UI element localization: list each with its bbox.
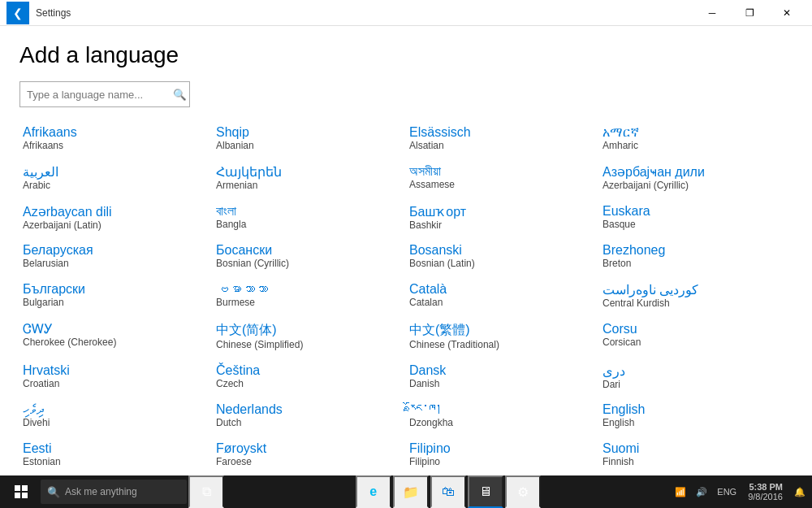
lang-english-name: Azerbaijani (Cyrillic) <box>603 180 786 191</box>
lang-native-name: Elsässisch <box>409 125 593 140</box>
lang-native-name: Азәрбајҹан дили <box>603 164 786 180</box>
lang-native-name: Brezhoneg <box>603 243 786 258</box>
list-item[interactable]: ဗမာဘာသာBurmese <box>213 277 406 317</box>
task-view-icon: ⧉ <box>202 484 211 499</box>
network-icon[interactable]: 📶 <box>672 475 689 508</box>
list-item[interactable]: FilipinoFilipino <box>406 436 599 475</box>
start-button[interactable] <box>3 475 39 508</box>
lang-native-name: ဗမာဘာသာ <box>216 282 400 297</box>
back-button[interactable]: ❮ <box>6 2 29 24</box>
list-item[interactable]: አማርኛAmharic <box>599 120 793 159</box>
clock-time: 5:38 PM <box>748 482 783 492</box>
lang-english-name: Bosnian (Cyrillic) <box>216 258 400 269</box>
lang-native-name: Башҡорт <box>409 204 593 219</box>
lang-english-name: Filipino <box>409 456 593 467</box>
taskbar-search[interactable]: 🔍 Ask me anything <box>41 480 187 504</box>
notification-icon[interactable]: 🔔 <box>791 475 809 508</box>
search-input[interactable] <box>20 89 170 101</box>
list-item[interactable]: 中文(繁體)Chinese (Traditional) <box>406 317 599 358</box>
lang-english-name: Chinese (Simplified) <box>216 339 400 350</box>
list-item[interactable]: ՀայկերենArmenian <box>213 159 406 199</box>
search-icon: 🔍 <box>173 89 187 101</box>
lang-english-name: Assamese <box>409 179 593 190</box>
close-button[interactable]: ✕ <box>768 0 806 26</box>
list-item[interactable]: EuskaraBasque <box>599 199 793 239</box>
maximize-button[interactable]: ❐ <box>731 0 768 26</box>
title-bar-title: Settings <box>36 7 71 19</box>
taskbar-right: 📶 🔊 ENG 5:38 PM 9/8/2016 🔔 <box>672 475 809 508</box>
search-icon-button[interactable]: 🔍 <box>170 82 189 106</box>
list-item[interactable]: كوردیی ناوەراستCentral Kurdish <box>599 277 793 317</box>
list-item[interactable]: БосанскиBosnian (Cyrillic) <box>213 238 406 277</box>
lang-english-name: Danish <box>409 378 593 389</box>
list-item[interactable]: BosanskiBosnian (Latin) <box>406 238 599 277</box>
taskbar-photos[interactable]: 🖥 <box>468 475 503 508</box>
list-item[interactable]: دریDari <box>599 358 793 398</box>
lang-native-name: Euskara <box>603 204 786 219</box>
list-item[interactable]: বাংলাBangla <box>213 199 406 239</box>
taskbar-task-view[interactable]: ⧉ <box>188 475 224 508</box>
lang-english-name: Azerbaijani (Latin) <box>23 219 206 231</box>
list-item[interactable]: BrezhonegBreton <box>599 238 793 277</box>
lang-native-name: Català <box>409 282 593 297</box>
lang-english-name: Armenian <box>216 180 400 191</box>
lang-english-name: Chinese (Traditional) <box>409 339 593 350</box>
lang-native-name: অসমীয়া <box>409 164 593 179</box>
lang-native-name: ᏣᎳᎩ <box>23 322 206 336</box>
volume-icon[interactable]: 🔊 <box>693 475 710 508</box>
list-item[interactable]: HrvatskiCroatian <box>19 358 213 398</box>
search-box[interactable]: 🔍 <box>19 81 190 107</box>
lang-native-name: Suomi <box>603 441 786 456</box>
lang-english-name: Breton <box>603 258 786 269</box>
list-item[interactable]: Azərbaycan diliAzerbaijani (Latin) <box>19 199 213 239</box>
list-item[interactable]: 中文(简体)Chinese (Simplified) <box>213 317 406 358</box>
lang-english-name: Afrikaans <box>23 140 206 151</box>
list-item[interactable]: CatalàCatalan <box>406 277 599 317</box>
settings-icon: ⚙ <box>517 484 529 500</box>
lang-native-name: Босански <box>216 243 400 258</box>
taskbar-search-icon: 🔍 <box>47 486 60 498</box>
list-item[interactable]: DanskDanish <box>406 358 599 398</box>
list-item[interactable]: EestiEstonian <box>19 436 213 475</box>
lang-english-name: Dari <box>603 379 786 390</box>
minimize-button[interactable]: ─ <box>693 0 731 26</box>
taskbar-settings[interactable]: ⚙ <box>505 475 541 508</box>
lang-english-name: English <box>603 417 786 428</box>
list-item[interactable]: SuomiFinnish <box>599 436 793 475</box>
list-item[interactable]: EnglishEnglish <box>599 397 793 436</box>
list-item[interactable]: རྫོང་ཁ།Dzongkha <box>406 397 599 436</box>
list-item[interactable]: CorsuCorsican <box>599 317 793 358</box>
taskbar-edge[interactable]: e <box>356 475 391 508</box>
lang-english-name: Albanian <box>216 140 400 151</box>
list-item[interactable]: БългарскиBulgarian <box>19 277 213 317</box>
list-item[interactable]: ShqipAlbanian <box>213 120 406 159</box>
list-item[interactable]: NederlandsDutch <box>213 397 406 436</box>
list-item[interactable]: ČeštinaCzech <box>213 358 406 398</box>
lang-english-name: Burmese <box>216 297 400 308</box>
lang-native-name: বাংলা <box>216 204 400 219</box>
list-item[interactable]: العربيةArabic <box>19 159 213 199</box>
lang-english-name: Arabic <box>23 180 206 191</box>
taskbar-store[interactable]: 🛍 <box>430 475 466 508</box>
taskbar-clock[interactable]: 5:38 PM 9/8/2016 <box>743 482 788 501</box>
page-title: Add a language <box>19 42 793 68</box>
list-item[interactable]: БашҡортBashkir <box>406 199 599 239</box>
lang-native-name: አማርኛ <box>603 125 786 140</box>
list-item[interactable]: ElsässischAlsatian <box>406 120 599 159</box>
list-item[interactable]: FøroysktFaroese <box>213 436 406 475</box>
list-item[interactable]: অসমীয়াAssamese <box>406 159 599 199</box>
list-item[interactable]: БеларускаяBelarusian <box>19 238 213 277</box>
list-item[interactable]: AfrikaansAfrikaans <box>19 120 213 159</box>
lang-native-name: English <box>603 402 786 417</box>
list-item[interactable]: Азәрбајҹан дилиAzerbaijani (Cyrillic) <box>599 159 793 199</box>
lang-native-name: Shqip <box>216 125 400 140</box>
taskbar-explorer[interactable]: 📁 <box>393 475 429 508</box>
list-item[interactable]: ᏣᎳᎩCherokee (Cherokee) <box>19 317 213 358</box>
lang-indicator[interactable]: ENG <box>714 475 740 508</box>
lang-native-name: Føroyskt <box>216 441 400 456</box>
lang-native-name: Беларуская <box>23 243 206 258</box>
list-item[interactable]: ދިވެހިDivehi <box>19 397 213 436</box>
svg-rect-1 <box>22 485 28 491</box>
lang-native-name: العربية <box>23 164 206 180</box>
title-bar-controls: ─ ❐ ✕ <box>693 0 806 26</box>
